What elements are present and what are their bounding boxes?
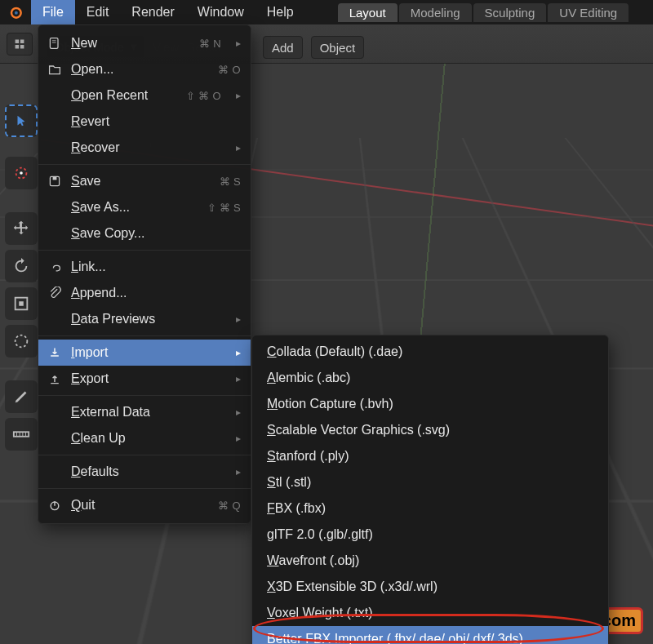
menu-separator <box>38 455 251 455</box>
import-collada-default-dae[interactable]: Collada (Default) (.dae) <box>252 339 608 365</box>
tool-measure[interactable] <box>5 418 38 451</box>
tool-scale[interactable] <box>5 287 38 320</box>
file-menu-save-as[interactable]: Save As...⇧ ⌘ S <box>38 194 251 220</box>
tool-annotate[interactable] <box>5 380 38 413</box>
tab-modeling[interactable]: Modeling <box>399 3 472 22</box>
file-menu-defaults[interactable]: Defaults▸ <box>38 459 251 485</box>
menu-window[interactable]: Window <box>186 0 255 24</box>
file-dropdown-menu: New⌘ N▸Open...⌘ OOpen Recent⇧ ⌘ O▸Revert… <box>38 24 251 524</box>
folder-icon <box>47 63 63 76</box>
submenu-item-label: Wavefront (.obj) <box>267 553 598 568</box>
tab-sculpting[interactable]: Sculpting <box>473 3 547 22</box>
file-icon <box>47 37 63 50</box>
shortcut-label: ⇧ ⌘ O <box>186 90 221 102</box>
tab-layout[interactable]: Layout <box>338 3 398 22</box>
import-gltf-2-0-glb-gltf[interactable]: glTF 2.0 (.glb/.gltf) <box>252 522 608 548</box>
save-icon <box>47 175 63 188</box>
tool-cursor[interactable] <box>5 157 38 189</box>
import-stl-stl[interactable]: Stl (.stl) <box>252 469 608 495</box>
tool-transform[interactable] <box>5 325 38 358</box>
submenu-item-label: Collada (Default) (.dae) <box>267 344 598 359</box>
chevron-right-icon: ▸ <box>236 347 241 358</box>
svg-rect-7 <box>14 432 29 437</box>
chevron-right-icon: ▸ <box>236 406 241 418</box>
file-menu-save[interactable]: Save⌘ S <box>38 168 251 194</box>
workspace-tabs: Layout Modeling Sculpting UV Editing <box>338 0 631 24</box>
svg-point-6 <box>16 335 28 348</box>
shortcut-label: ⌘ N <box>199 38 221 50</box>
file-menu-data-previews[interactable]: Data Previews▸ <box>38 306 251 332</box>
import-wavefront-obj[interactable]: Wavefront (.obj) <box>252 548 608 574</box>
import-submenu: Collada (Default) (.dae)Alembic (.abc)Mo… <box>251 335 609 644</box>
viewport-menu-right: Add Object <box>263 36 364 59</box>
shortcut-label: ⌘ S <box>220 175 241 188</box>
menu-help[interactable]: Help <box>255 0 305 24</box>
import-motion-capture-bvh[interactable]: Motion Capture (.bvh) <box>252 391 608 417</box>
menu-file[interactable]: File <box>31 0 75 24</box>
chevron-right-icon: ▸ <box>236 373 241 384</box>
file-menu-clean-up[interactable]: Clean Up▸ <box>38 425 251 451</box>
menu-item-label: External Data <box>71 405 221 420</box>
menu-item-label: Clean Up <box>71 431 221 446</box>
import-alembic-abc[interactable]: Alembic (.abc) <box>252 365 608 391</box>
import-stanford-ply[interactable]: Stanford (.ply) <box>252 443 608 469</box>
import-fbx-fbx[interactable]: FBX (.fbx) <box>252 495 608 522</box>
file-menu-revert[interactable]: Revert <box>38 109 251 135</box>
chevron-right-icon: ▸ <box>236 313 241 325</box>
menu-item-label: Revert <box>71 114 241 129</box>
menu-item-label: Append... <box>71 286 241 300</box>
blender-logo-icon <box>0 0 31 24</box>
menu-item-label: Quit <box>71 498 210 513</box>
chevron-right-icon: ▸ <box>236 433 241 444</box>
file-menu-open[interactable]: Open...⌘ O <box>38 56 251 82</box>
import-better-fbx-importer-fbx-dae-obj-dxf-3ds[interactable]: Better FBX Importer (.fbx/.dae/.obj/.dxf… <box>252 626 608 644</box>
file-menu-external-data[interactable]: External Data▸ <box>38 399 251 425</box>
import-voxel-weight-txt[interactable]: Voxel Weight (.txt) <box>252 600 608 626</box>
menu-item-label: Import <box>71 345 221 360</box>
menu-separator <box>38 395 251 396</box>
import-scalable-vector-graphics-svg[interactable]: Scalable Vector Graphics (.svg) <box>252 417 608 443</box>
chevron-right-icon: ▸ <box>236 90 241 101</box>
menu-item-label: Link... <box>71 260 241 274</box>
menu-item-label: Open... <box>71 62 210 77</box>
shortcut-label: ⌘ O <box>218 64 241 76</box>
file-menu-import[interactable]: Import▸ <box>38 340 251 366</box>
file-menu-quit[interactable]: Quit⌘ Q <box>38 492 251 518</box>
file-menu-export[interactable]: Export▸ <box>38 366 251 392</box>
menu-edit[interactable]: Edit <box>75 0 121 24</box>
menu-item-label: Save Copy... <box>71 226 241 241</box>
menu-item-label: Open Recent <box>71 88 178 103</box>
file-menu-new[interactable]: New⌘ N▸ <box>38 30 251 56</box>
submenu-item-label: Stl (.stl) <box>267 475 598 490</box>
file-menu-append[interactable]: Append... <box>38 280 251 306</box>
menu-item-label: Defaults <box>71 464 221 479</box>
file-menu-recover[interactable]: Recover▸ <box>38 135 251 161</box>
submenu-item-label: Alembic (.abc) <box>267 371 598 385</box>
menu-item-label: Recover <box>71 140 221 155</box>
menu-item-label: Data Previews <box>71 312 221 326</box>
tab-uv-editing[interactable]: UV Editing <box>548 3 629 22</box>
submenu-item-label: Scalable Vector Graphics (.svg) <box>267 423 598 437</box>
menu-item-label: Save <box>71 174 211 189</box>
file-menu-save-copy[interactable]: Save Copy... <box>38 220 251 246</box>
menu-render[interactable]: Render <box>120 0 185 24</box>
file-menu-link[interactable]: Link... <box>38 254 251 280</box>
snap-icon[interactable] <box>7 33 33 56</box>
chevron-right-icon: ▸ <box>236 38 241 49</box>
menu-item-label: Save As... <box>71 200 199 215</box>
add-menu[interactable]: Add <box>263 36 303 59</box>
submenu-item-label: FBX (.fbx) <box>267 501 598 516</box>
chevron-right-icon: ▸ <box>236 142 241 153</box>
tool-rotate[interactable] <box>5 250 38 282</box>
submenu-item-label: glTF 2.0 (.glb/.gltf) <box>267 527 598 542</box>
menu-separator <box>38 488 251 489</box>
svg-point-1 <box>15 11 18 15</box>
left-toolbar-stack <box>5 116 41 451</box>
import-x3d-extensible-3d-x3d-wrl[interactable]: X3D Extensible 3D (.x3d/.wrl) <box>252 574 608 600</box>
file-menu-open-recent[interactable]: Open Recent⇧ ⌘ O▸ <box>38 82 251 109</box>
chevron-right-icon: ▸ <box>236 466 241 477</box>
tool-move[interactable] <box>5 212 38 245</box>
clip-icon <box>47 286 63 300</box>
svg-rect-8 <box>50 38 58 49</box>
object-menu[interactable]: Object <box>311 36 364 59</box>
